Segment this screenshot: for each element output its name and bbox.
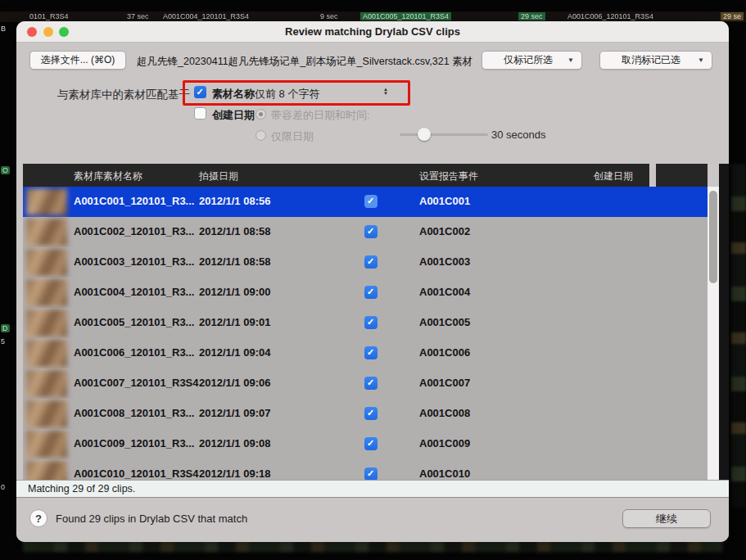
popup-stepper-icon[interactable]: ▲▼: [383, 88, 388, 96]
clip-thumbnail: [26, 431, 67, 458]
background-text: 9 sec: [318, 12, 341, 20]
scrollbar-thumb[interactable]: [709, 191, 717, 283]
status-bar: Matching 29 of 29 clips.: [16, 480, 729, 498]
status-text: Matching 29 of 29 clips.: [28, 483, 135, 495]
date-only-radio[interactable]: [255, 130, 266, 141]
clip-thumbnail: [26, 188, 67, 215]
row-checkbox[interactable]: [364, 316, 378, 329]
shoot-date-cell: 2012/1/1 08:58: [199, 255, 270, 268]
background-text: A001C006_120101_R3S4: [565, 12, 656, 20]
tolerance-slider[interactable]: [400, 128, 488, 141]
report-event-cell: A001C006: [419, 346, 470, 359]
clip-thumbnail: [26, 461, 67, 480]
shoot-date-cell: 2012/1/1 09:07: [199, 407, 270, 419]
slider-thumb[interactable]: [418, 128, 431, 141]
header-report-event[interactable]: 设置报告事件: [419, 169, 478, 183]
report-event-cell: A001C002: [419, 225, 470, 237]
report-event-cell: A001C005: [419, 316, 470, 328]
tolerance-radio[interactable]: [255, 109, 266, 120]
row-checkbox[interactable]: [364, 377, 378, 390]
report-event-cell: A001C008: [419, 407, 470, 419]
table-row[interactable]: A001C008_120101_R3... 2012/1/1 09:07 A00…: [23, 399, 729, 429]
report-event-cell: A001C010: [419, 467, 470, 480]
shoot-date-cell: 2012/1/1 09:06: [199, 377, 270, 389]
background-text: 37 sec: [124, 12, 151, 20]
table-row[interactable]: A001C010_120101_R3S4 2012/1/1 09:18 A001…: [23, 459, 729, 480]
report-event-cell: A001C009: [419, 437, 470, 449]
background-text: 29 se: [721, 12, 744, 20]
clip-thumbnail: [26, 309, 67, 336]
clip-name-cell: A001C005_120101_R3...: [74, 316, 194, 328]
row-checkbox[interactable]: [364, 195, 378, 208]
match-basis-label: 与素材库中的素材匹配基于: [28, 88, 190, 102]
clip-name-cell: A001C006_120101_R3...: [74, 346, 194, 359]
clip-name-cell: A001C008_120101_R3...: [74, 407, 194, 419]
report-event-cell: A001C007: [419, 377, 470, 389]
table-row[interactable]: A001C002_120101_R3... 2012/1/1 08:58 A00…: [23, 217, 729, 247]
creation-date-checkbox[interactable]: [194, 107, 206, 120]
shoot-date-cell: 2012/1/1 09:04: [199, 346, 270, 359]
table-row[interactable]: A001C009_120101_R3... 2012/1/1 09:08 A00…: [23, 429, 729, 459]
row-checkbox[interactable]: [364, 346, 378, 359]
creation-date-checkbox-label: 创建日期: [212, 108, 255, 123]
clip-name-cell: A001C009_120101_R3...: [74, 437, 194, 449]
vertical-scrollbar[interactable]: [708, 187, 719, 480]
dialog-footer: ? Found 29 clips in Drylab CSV that matc…: [16, 499, 729, 542]
screen: 0101_R3S437 secA001C004_120101_R3S49 sec…: [0, 0, 746, 560]
prefix-dropdown[interactable]: 仅前 8 个字符: [255, 87, 319, 102]
header-clip-name[interactable]: 素材库素材名称: [74, 169, 142, 183]
clip-thumbnail: [26, 219, 67, 246]
table-row[interactable]: A001C006_120101_R3... 2012/1/1 09:04 A00…: [23, 338, 729, 368]
background-text: 0: [1, 483, 5, 491]
row-checkbox[interactable]: [364, 255, 378, 269]
clip-thumbnail: [26, 249, 67, 276]
choose-file-button[interactable]: 选择文件... (⌘O): [29, 51, 126, 70]
background-text: A001C004_120101_R3S4: [161, 12, 251, 20]
row-checkbox[interactable]: [364, 437, 378, 450]
header-shoot-date[interactable]: 拍摄日期: [199, 169, 238, 183]
tolerance-radio-label: 带容差的日期和时间:: [271, 108, 370, 123]
clip-name-cell: A001C004_120101_R3...: [74, 286, 194, 298]
table-row[interactable]: A001C001_120101_R3... 2012/1/1 08:56 A00…: [23, 187, 729, 217]
continue-button[interactable]: 继续: [622, 509, 711, 528]
slider-track: [400, 133, 488, 136]
table-row[interactable]: A001C005_120101_R3... 2012/1/1 09:01 A00…: [23, 308, 729, 338]
clip-name-cell: A001C003_120101_R3...: [74, 255, 194, 268]
background-text: 0101_R3S4: [27, 12, 71, 20]
row-checkbox[interactable]: [364, 467, 378, 480]
shoot-date-cell: 2012/1/1 08:56: [199, 195, 270, 207]
title-bar: Review matching Drylab CSV clips: [16, 21, 729, 43]
row-checkbox[interactable]: [364, 407, 378, 420]
background-text: 5: [1, 337, 5, 345]
chevron-down-icon: ▼: [698, 56, 704, 64]
clip-thumbnail: [26, 370, 67, 397]
background-text: D: [1, 324, 10, 332]
header-column-divider: [649, 164, 656, 187]
report-event-cell: A001C004: [419, 286, 470, 298]
mark-selected-dropdown[interactable]: 仅标记所选 ▼: [482, 51, 582, 70]
help-icon[interactable]: ?: [29, 509, 47, 527]
background-text: A001C005_120101_R3S4: [360, 12, 451, 20]
shoot-date-cell: 2012/1/1 08:58: [199, 225, 270, 237]
row-checkbox[interactable]: [364, 286, 378, 299]
shoot-date-cell: 2012/1/1 09:18: [199, 467, 270, 480]
clip-thumbnail: [26, 340, 67, 367]
chevron-down-icon: ▼: [567, 56, 574, 64]
report-event-cell: A001C001: [419, 195, 470, 207]
clip-name-cell: A001C002_120101_R3...: [74, 225, 194, 237]
unmark-selected-dropdown[interactable]: 取消标记已选 ▼: [599, 51, 712, 70]
table-row[interactable]: A001C004_120101_R3... 2012/1/1 09:00 A00…: [23, 278, 729, 308]
row-checkbox[interactable]: [364, 225, 378, 238]
shoot-date-cell: 2012/1/1 09:00: [199, 286, 270, 298]
header-created-date[interactable]: 创建日期: [594, 169, 633, 183]
table-rows: A001C001_120101_R3... 2012/1/1 08:56 A00…: [23, 187, 729, 480]
clip-name-checkbox[interactable]: [194, 86, 206, 98]
date-only-radio-label: 仅限日期: [271, 129, 314, 144]
table-row[interactable]: A001C007_120101_R3S4 2012/1/1 09:06 A001…: [23, 368, 729, 399]
table-row[interactable]: A001C003_120101_R3... 2012/1/1 08:58 A00…: [23, 247, 729, 278]
csv-filename: 超凡先锋_20230411超凡先锋场记单_剧本场记单_Silverstack.c…: [137, 55, 472, 69]
window-title: Review matching Drylab CSV clips: [16, 25, 729, 38]
clip-name-cell: A001C010_120101_R3S4: [74, 467, 199, 480]
report-event-cell: A001C003: [419, 255, 470, 268]
clip-name-cell: A001C001_120101_R3...: [74, 195, 194, 207]
